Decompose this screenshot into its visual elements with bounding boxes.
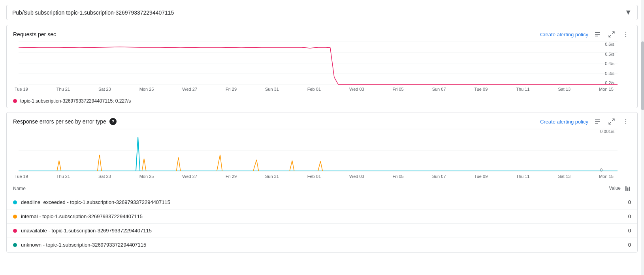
chart2-area: 0.001/s 0 (19, 129, 618, 172)
chart1-svg (19, 42, 618, 85)
svg-rect-27 (629, 187, 630, 191)
row-label: unknown - topic-1.subscription-326979337… (21, 242, 146, 248)
chart1-title: Requests per sec (13, 31, 56, 37)
row-name-cell: internal - topic-1.subscription-32697933… (7, 210, 530, 224)
row-value-cell: 0 (530, 238, 637, 252)
chart2-header: Response errors per sec by error type ? … (7, 112, 637, 129)
create-alert-button-1[interactable]: Create alerting policy (540, 32, 588, 37)
dropdown-value: Pub/Sub subscription topic-1.subscriptio… (12, 9, 174, 16)
fullscreen-icon-2[interactable] (606, 117, 617, 126)
chart1-header: Requests per sec Create alerting policy (7, 25, 637, 42)
table-row: internal - topic-1.subscription-32697933… (7, 210, 637, 224)
svg-point-20 (625, 123, 626, 124)
scrollbar[interactable] (641, 0, 644, 256)
col-value-header: Value (530, 182, 637, 195)
response-errors-chart: Response errors per sec by error type ? … (6, 112, 638, 253)
subscription-dropdown[interactable]: Pub/Sub subscription topic-1.subscriptio… (6, 5, 638, 20)
row-value-cell: 0 (530, 224, 637, 238)
legend-dot-1 (13, 99, 17, 103)
row-label: deadline_exceeded - topic-1.subscription… (21, 199, 170, 205)
row-value-cell: 0 (530, 195, 637, 210)
svg-line-17 (609, 122, 611, 124)
svg-point-18 (625, 119, 626, 120)
svg-point-5 (625, 32, 626, 33)
fullscreen-icon-1[interactable] (606, 30, 617, 39)
chart1-legend: topic-1.subscription-3269793372294407115… (7, 95, 637, 108)
chart1-actions: Create alerting policy (540, 30, 631, 39)
chart1-x-axis: Tue 19 Thu 21 Sat 23 Mon 25 Wed 27 Fri 2… (7, 85, 637, 95)
more-icon-2[interactable] (621, 117, 631, 126)
legend-icon-1[interactable] (592, 30, 603, 39)
chevron-down-icon: ▼ (625, 8, 632, 17)
svg-line-4 (609, 35, 611, 37)
error-type-table: Name Value deadline_exceeded - topic-1.s… (7, 182, 637, 252)
row-name-cell: unknown - topic-1.subscription-326979337… (7, 238, 530, 252)
row-label: unavailable - topic-1.subscription-32697… (21, 228, 152, 234)
row-color-dot (13, 200, 17, 204)
chart2-x-axis: Tue 19 Thu 21 Sat 23 Mon 25 Wed 27 Fri 2… (7, 172, 637, 182)
scrollbar-thumb[interactable] (641, 41, 644, 110)
chart2-actions: Create alerting policy (540, 117, 631, 126)
svg-point-19 (625, 121, 626, 122)
col-name-header: Name (7, 182, 530, 195)
row-color-dot (13, 215, 17, 219)
table-row: unknown - topic-1.subscription-326979337… (7, 238, 637, 252)
chart2-svg (19, 129, 618, 172)
row-name-cell: unavailable - topic-1.subscription-32697… (7, 224, 530, 238)
svg-rect-26 (627, 187, 629, 191)
table-row: unavailable - topic-1.subscription-32697… (7, 224, 637, 238)
requests-per-sec-chart: Requests per sec Create alerting policy … (6, 25, 638, 108)
row-color-dot (13, 243, 17, 247)
svg-line-3 (612, 32, 614, 34)
row-name-cell: deadline_exceeded - topic-1.subscription… (7, 195, 530, 210)
svg-rect-25 (625, 186, 627, 191)
legend-label-1: topic-1.subscription-3269793372294407115… (20, 98, 131, 104)
row-label: internal - topic-1.subscription-32697933… (21, 213, 143, 219)
svg-line-16 (612, 119, 614, 121)
table-row: deadline_exceeded - topic-1.subscription… (7, 195, 637, 210)
legend-icon-2[interactable] (592, 117, 603, 126)
more-icon-1[interactable] (621, 30, 631, 39)
create-alert-button-2[interactable]: Create alerting policy (540, 119, 588, 125)
row-color-dot (13, 229, 17, 233)
chart1-area: 0.6/s 0.5/s 0.4/s 0.3/s 0.2/s (19, 42, 618, 85)
row-value-cell: 0 (530, 210, 637, 224)
chart2-title: Response errors per sec by error type ? (13, 118, 117, 125)
help-icon: ? (109, 118, 117, 125)
svg-point-6 (625, 34, 626, 35)
svg-point-7 (625, 36, 626, 37)
